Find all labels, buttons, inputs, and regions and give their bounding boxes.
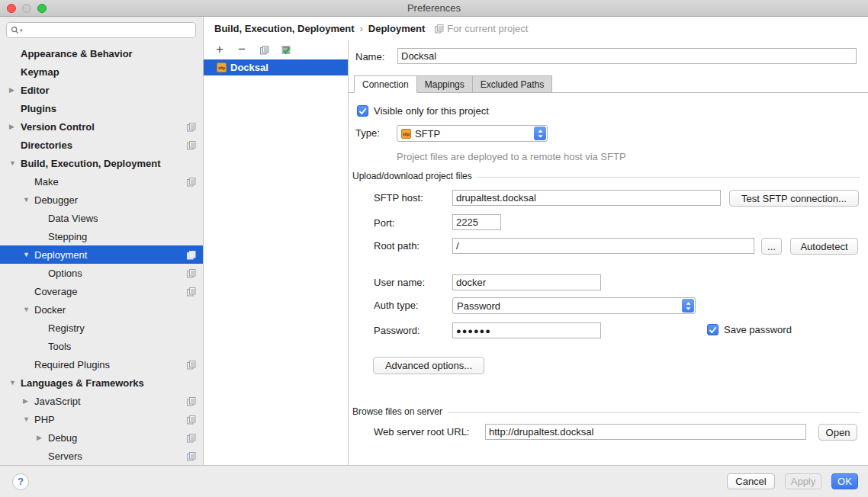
breadcrumb-parent[interactable]: Build, Execution, Deployment bbox=[214, 23, 354, 34]
tab-bar: Connection Mappings Excluded Paths bbox=[349, 75, 868, 93]
per-project-settings-icon bbox=[186, 122, 196, 132]
sidebar-item-label: Registry bbox=[48, 322, 85, 334]
root-path-input[interactable] bbox=[452, 238, 754, 254]
name-input[interactable] bbox=[397, 48, 857, 64]
breadcrumb-separator: › bbox=[359, 23, 362, 34]
tree-collapsed-arrow-icon[interactable]: ▶ bbox=[37, 434, 48, 441]
user-name-input[interactable] bbox=[452, 274, 601, 290]
name-label: Name: bbox=[355, 50, 384, 65]
search-input[interactable] bbox=[23, 25, 191, 36]
visible-only-checkbox-row[interactable]: Visible only for this project bbox=[357, 104, 489, 117]
copy-server-button[interactable] bbox=[258, 43, 270, 56]
ok-button[interactable]: OK bbox=[831, 473, 858, 489]
password-label: Password: bbox=[374, 323, 420, 338]
password-input[interactable] bbox=[452, 322, 601, 338]
per-project-settings-icon bbox=[186, 287, 196, 297]
sidebar-item-coverage[interactable]: Coverage bbox=[0, 282, 203, 300]
tree-expanded-arrow-icon[interactable]: ▼ bbox=[9, 379, 21, 386]
save-password-checkbox[interactable] bbox=[707, 324, 719, 335]
minimize-window-button[interactable] bbox=[22, 4, 31, 13]
sidebar-item-make[interactable]: Make bbox=[0, 172, 203, 191]
search-box[interactable]: ▾ bbox=[6, 22, 196, 38]
sidebar-item-label: Appearance & Behavior bbox=[21, 48, 133, 59]
cancel-button[interactable]: Cancel bbox=[727, 473, 775, 489]
per-project-settings-icon bbox=[186, 360, 196, 370]
breadcrumb-current: Deployment bbox=[368, 23, 425, 34]
tree-collapsed-arrow-icon[interactable]: ▶ bbox=[9, 86, 21, 94]
sidebar-item-directories[interactable]: Directories bbox=[0, 136, 203, 154]
sidebar-item-editor[interactable]: ▶Editor bbox=[0, 81, 203, 99]
tree-expanded-arrow-icon[interactable]: ▼ bbox=[23, 251, 34, 258]
tree-collapsed-arrow-icon[interactable]: ▶ bbox=[9, 123, 21, 130]
web-root-input[interactable] bbox=[485, 424, 806, 440]
visible-only-checkbox[interactable] bbox=[357, 105, 368, 117]
sidebar-item-data-views[interactable]: Data Views bbox=[0, 209, 203, 227]
sidebar-item-appearance-behavior[interactable]: Appearance & Behavior bbox=[0, 44, 203, 63]
tree-expanded-arrow-icon[interactable]: ▼ bbox=[23, 415, 34, 423]
sidebar-item-registry[interactable]: Registry bbox=[0, 319, 203, 337]
auth-type-value: Password bbox=[457, 300, 678, 312]
group-separator-line bbox=[477, 177, 860, 178]
sidebar-item-stepping[interactable]: Stepping bbox=[0, 227, 203, 245]
sidebar-item-debug[interactable]: ▶Debug bbox=[0, 428, 203, 447]
sidebar-item-label: Make bbox=[34, 176, 59, 188]
tab-mappings[interactable]: Mappings bbox=[417, 75, 473, 93]
browse-root-path-button[interactable]: ... bbox=[761, 238, 782, 255]
sidebar-item-build-execution-deployment[interactable]: ▼Build, Execution, Deployment bbox=[0, 154, 203, 172]
auth-type-select[interactable]: Password bbox=[452, 297, 696, 314]
sftp-host-input[interactable] bbox=[452, 190, 721, 206]
sidebar-item-php[interactable]: ▼PHP bbox=[0, 410, 203, 428]
sidebar-item-tools[interactable]: Tools bbox=[0, 337, 203, 355]
help-button[interactable]: ? bbox=[12, 473, 29, 490]
tab-excluded-paths[interactable]: Excluded Paths bbox=[473, 75, 552, 93]
per-project-settings-icon bbox=[186, 451, 196, 461]
apply-button[interactable]: Apply bbox=[785, 473, 821, 489]
remove-server-button[interactable]: − bbox=[236, 43, 248, 56]
open-url-button[interactable]: Open bbox=[818, 424, 857, 441]
tab-connection[interactable]: Connection bbox=[354, 75, 417, 93]
sidebar-item-label: Servers bbox=[48, 451, 82, 462]
add-server-button[interactable]: + bbox=[214, 43, 226, 56]
sidebar-item-label: PHP bbox=[34, 414, 55, 425]
sidebar-item-docker[interactable]: ▼Docker bbox=[0, 300, 203, 319]
sidebar-item-keymap[interactable]: Keymap bbox=[0, 63, 203, 81]
sidebar-item-version-control[interactable]: ▶Version Control bbox=[0, 117, 203, 136]
sidebar-item-label: Plugins bbox=[21, 103, 56, 114]
dialog-footer: ? Cancel Apply OK bbox=[0, 465, 868, 497]
test-sftp-connection-button[interactable]: Test SFTP connection... bbox=[729, 190, 859, 207]
sidebar-item-label: Editor bbox=[21, 85, 50, 96]
sidebar-item-required-plugins[interactable]: Required Plugins bbox=[0, 355, 203, 374]
server-list-item-docksal[interactable]: Docksal bbox=[204, 59, 348, 75]
tree-expanded-arrow-icon[interactable]: ▼ bbox=[23, 306, 34, 313]
sidebar-item-debugger[interactable]: ▼Debugger bbox=[0, 191, 203, 209]
per-project-settings-icon bbox=[186, 415, 196, 425]
per-project-settings-icon bbox=[186, 140, 196, 150]
type-select[interactable]: SFTP bbox=[397, 125, 548, 142]
tree-expanded-arrow-icon[interactable]: ▼ bbox=[9, 159, 21, 167]
tree-collapsed-arrow-icon[interactable]: ▶ bbox=[23, 397, 34, 405]
port-input[interactable] bbox=[452, 214, 501, 230]
sidebar-item-label: Stepping bbox=[48, 231, 87, 242]
sidebar-item-servers[interactable]: Servers bbox=[0, 447, 203, 465]
sidebar-item-javascript[interactable]: ▶JavaScript bbox=[0, 392, 203, 410]
sidebar-item-languages-frameworks[interactable]: ▼Languages & Frameworks bbox=[0, 374, 203, 392]
sidebar-item-plugins[interactable]: Plugins bbox=[0, 99, 203, 117]
sidebar-item-label: Deployment bbox=[34, 249, 87, 261]
deployment-form: Name: Connection Mappings Excluded Paths… bbox=[349, 40, 868, 465]
titlebar: Preferences bbox=[0, 0, 868, 17]
sidebar-item-label: Debugger bbox=[34, 194, 78, 206]
save-password-checkbox-row[interactable]: Save password bbox=[707, 323, 792, 335]
zoom-window-button[interactable] bbox=[37, 4, 47, 13]
tree-expanded-arrow-icon[interactable]: ▼ bbox=[23, 196, 34, 204]
sidebar-item-options[interactable]: Options bbox=[0, 264, 203, 282]
autodetect-button[interactable]: Autodetect bbox=[790, 238, 858, 255]
breadcrumb: Build, Execution, Deployment › Deploymen… bbox=[204, 17, 868, 40]
use-as-default-button[interactable] bbox=[280, 43, 292, 56]
footer-buttons: Cancel Apply OK bbox=[727, 473, 858, 489]
close-window-button[interactable] bbox=[7, 4, 16, 13]
advanced-options-button[interactable]: Advanced options... bbox=[373, 357, 484, 374]
sidebar-item-label: Directories bbox=[21, 139, 72, 151]
server-list-toolbar: + − bbox=[204, 40, 348, 59]
sidebar-item-label: Data Views bbox=[48, 213, 98, 224]
sidebar-item-deployment[interactable]: ▼Deployment bbox=[0, 245, 203, 264]
